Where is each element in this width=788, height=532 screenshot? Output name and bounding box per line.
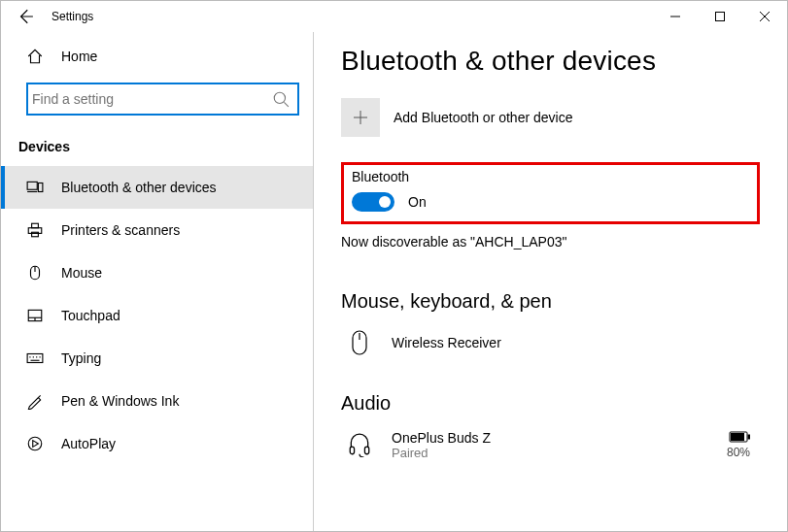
search-input[interactable] xyxy=(32,91,272,107)
sidebar: Home Devices Bluetooth & other devices P… xyxy=(1,32,314,531)
mouse-icon xyxy=(343,326,376,359)
battery-percent: 80% xyxy=(727,446,750,459)
category-heading: Devices xyxy=(1,133,313,166)
window-controls xyxy=(653,1,787,32)
sidebar-item-typing[interactable]: Typing xyxy=(1,337,313,380)
sidebar-item-label: Typing xyxy=(61,350,101,366)
page-title: Bluetooth & other devices xyxy=(341,46,760,77)
svg-rect-17 xyxy=(27,354,43,363)
svg-rect-32 xyxy=(748,435,750,439)
bluetooth-highlight: Bluetooth On xyxy=(341,162,760,224)
search-box[interactable] xyxy=(26,83,299,116)
svg-rect-29 xyxy=(350,447,354,454)
home-link[interactable]: Home xyxy=(1,38,313,75)
svg-line-23 xyxy=(38,395,40,397)
sidebar-item-bluetooth[interactable]: Bluetooth & other devices xyxy=(1,166,313,209)
svg-point-4 xyxy=(274,92,285,103)
device-status: Paired xyxy=(392,446,491,460)
add-device-label: Add Bluetooth or other device xyxy=(394,110,572,125)
device-name: Wireless Receiver xyxy=(392,335,501,350)
svg-rect-30 xyxy=(364,447,368,454)
pen-icon xyxy=(26,392,44,410)
devices-icon xyxy=(26,179,44,196)
main-content: Bluetooth & other devices Add Bluetooth … xyxy=(314,32,787,531)
sidebar-item-label: Touchpad xyxy=(61,308,120,323)
minimize-button[interactable] xyxy=(653,1,698,32)
add-device-button[interactable]: Add Bluetooth or other device xyxy=(341,98,760,137)
svg-line-5 xyxy=(284,102,289,107)
section-mkp: Mouse, keyboard, & pen xyxy=(341,290,760,313)
svg-point-24 xyxy=(28,437,42,450)
close-button[interactable] xyxy=(742,1,787,32)
headphones-icon xyxy=(343,428,376,461)
window-title: Settings xyxy=(51,10,93,23)
back-icon[interactable] xyxy=(17,8,34,25)
keyboard-icon xyxy=(26,349,44,367)
sidebar-item-printers[interactable]: Printers & scanners xyxy=(1,209,313,251)
maximize-button[interactable] xyxy=(698,1,742,32)
device-name: OnePlus Buds Z xyxy=(392,430,491,446)
toggle-knob xyxy=(379,196,391,208)
home-label: Home xyxy=(61,49,97,64)
sidebar-item-label: Bluetooth & other devices xyxy=(61,180,217,195)
autoplay-icon xyxy=(26,435,44,452)
section-audio: Audio xyxy=(341,392,760,415)
sidebar-item-label: AutoPlay xyxy=(61,436,116,451)
sidebar-item-pen[interactable]: Pen & Windows Ink xyxy=(1,380,313,422)
plus-icon xyxy=(341,98,380,137)
svg-rect-6 xyxy=(27,182,37,189)
svg-rect-10 xyxy=(32,223,39,228)
discoverable-text: Now discoverable as "AHCH_LAP03" xyxy=(341,234,760,249)
sidebar-item-mouse[interactable]: Mouse xyxy=(1,251,313,294)
bluetooth-heading: Bluetooth xyxy=(352,169,747,184)
sidebar-item-touchpad[interactable]: Touchpad xyxy=(1,294,313,337)
sidebar-item-label: Mouse xyxy=(61,265,102,281)
sidebar-item-autoplay[interactable]: AutoPlay xyxy=(1,422,313,465)
printer-icon xyxy=(26,221,44,239)
bluetooth-toggle[interactable] xyxy=(352,192,394,212)
device-wireless-receiver[interactable]: Wireless Receiver xyxy=(341,326,760,359)
sidebar-item-label: Printers & scanners xyxy=(61,222,180,238)
titlebar: Settings xyxy=(1,1,787,32)
home-icon xyxy=(26,48,44,65)
svg-rect-33 xyxy=(732,434,744,441)
mouse-icon xyxy=(26,264,44,282)
battery-icon xyxy=(729,430,750,446)
bluetooth-state: On xyxy=(408,194,427,210)
search-icon xyxy=(272,90,290,108)
svg-rect-1 xyxy=(716,13,725,21)
sidebar-item-label: Pen & Windows Ink xyxy=(61,393,179,409)
device-oneplus-buds[interactable]: OnePlus Buds Z Paired 80% xyxy=(341,428,760,461)
touchpad-icon xyxy=(26,307,44,324)
svg-rect-8 xyxy=(38,183,43,192)
